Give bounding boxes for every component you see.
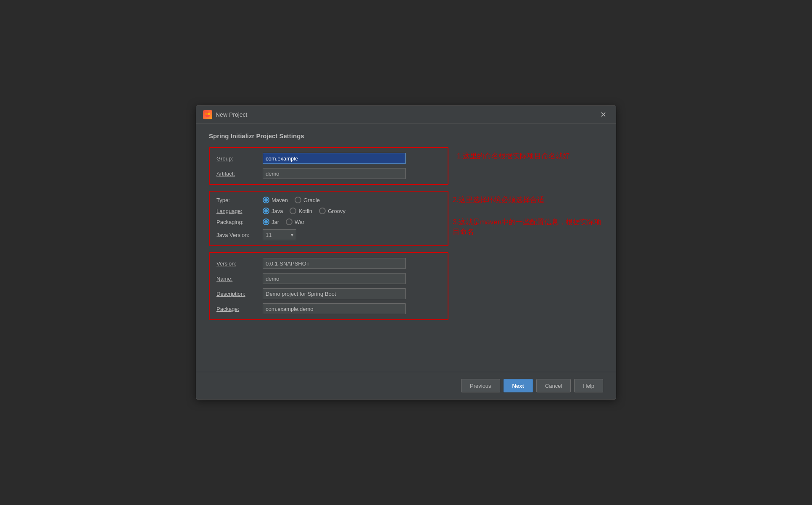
- packaging-row: Packaging: Jar War: [216, 218, 441, 225]
- name-row: Name:: [216, 273, 441, 284]
- maven-radio[interactable]: Maven: [263, 197, 288, 203]
- version-row: Version:: [216, 258, 441, 269]
- left-col: Group: Artifact: Type:: [209, 147, 448, 326]
- language-label: Language:: [216, 208, 263, 214]
- group-artifact-section: Group: Artifact:: [209, 147, 448, 185]
- war-label: War: [295, 219, 304, 225]
- packaging-radio-group: Jar War: [263, 218, 304, 225]
- package-label: Package:: [216, 306, 263, 312]
- dialog-footer: Previous Next Cancel Help: [196, 372, 616, 399]
- artifact-label: Artifact:: [216, 171, 263, 177]
- main-area: Group: Artifact: Type:: [209, 147, 603, 326]
- annotation-2: 2.这里选择环境必须选择合适: [453, 195, 603, 205]
- maven-radio-circle: [263, 197, 269, 203]
- java-version-select[interactable]: 11 8 17: [263, 229, 296, 240]
- description-input[interactable]: [263, 288, 406, 299]
- language-radio-group: Java Kotlin Groovy: [263, 208, 345, 214]
- group-input[interactable]: [263, 153, 406, 164]
- java-version-label: Java Version:: [216, 232, 263, 238]
- right-col: 1.这里的命名根据实际项目命名就好 2.这里选择环境必须选择合适 3.这就是ma…: [448, 147, 603, 326]
- type-label: Type:: [216, 197, 263, 203]
- annotation-3: 3.这就是maven中的一些配置信息，根据实际项目命名: [453, 217, 603, 237]
- jar-radio[interactable]: Jar: [263, 218, 279, 225]
- metadata-section: Version: Name: Description: Package:: [209, 252, 448, 320]
- language-row: Language: Java Kotlin: [216, 208, 441, 214]
- kotlin-radio-circle: [290, 208, 296, 214]
- packaging-label: Packaging:: [216, 219, 263, 225]
- app-icon: [203, 110, 212, 119]
- annotation-1: 1.这里的命名根据实际项目命名就好: [457, 151, 570, 161]
- groovy-label: Groovy: [328, 208, 345, 214]
- new-project-dialog: New Project ✕ Spring Initializr Project …: [196, 105, 616, 400]
- titlebar: New Project ✕: [196, 106, 616, 124]
- gradle-label: Gradle: [303, 197, 320, 203]
- name-input[interactable]: [263, 273, 406, 284]
- package-row: Package:: [216, 303, 441, 314]
- dialog-content: Spring Initializr Project Settings Group…: [196, 124, 616, 372]
- maven-label: Maven: [272, 197, 288, 203]
- artifact-input[interactable]: [263, 168, 406, 179]
- group-row: Group:: [216, 153, 441, 164]
- svg-point-1: [205, 113, 208, 115]
- gradle-radio[interactable]: Gradle: [295, 197, 320, 203]
- war-radio-circle: [286, 218, 293, 225]
- java-radio[interactable]: Java: [263, 208, 283, 214]
- name-label: Name:: [216, 276, 263, 282]
- type-row: Type: Maven Gradle: [216, 197, 441, 203]
- titlebar-left: New Project: [203, 110, 247, 119]
- war-radio[interactable]: War: [286, 218, 304, 225]
- java-version-row: Java Version: 11 8 17 ▼: [216, 229, 441, 240]
- groovy-radio-circle: [319, 208, 326, 214]
- jar-label: Jar: [272, 219, 279, 225]
- kotlin-label: Kotlin: [298, 208, 312, 214]
- group-label: Group:: [216, 155, 263, 162]
- description-row: Description:: [216, 288, 441, 299]
- groovy-radio[interactable]: Groovy: [319, 208, 345, 214]
- gradle-radio-circle: [295, 197, 301, 203]
- java-version-select-container: 11 8 17 ▼: [263, 229, 296, 240]
- settings-section: Type: Maven Gradle: [209, 191, 448, 246]
- version-input[interactable]: [263, 258, 406, 269]
- cancel-button[interactable]: Cancel: [536, 379, 571, 392]
- jar-radio-circle: [263, 218, 269, 225]
- next-button[interactable]: Next: [504, 379, 533, 392]
- help-button[interactable]: Help: [574, 379, 603, 392]
- dialog-heading: Spring Initializr Project Settings: [209, 132, 603, 139]
- type-radio-group: Maven Gradle: [263, 197, 320, 203]
- description-label: Description:: [216, 291, 263, 297]
- package-input[interactable]: [263, 303, 406, 314]
- dialog-title: New Project: [216, 111, 247, 118]
- kotlin-radio[interactable]: Kotlin: [290, 208, 312, 214]
- svg-point-2: [208, 113, 210, 115]
- artifact-row: Artifact:: [216, 168, 441, 179]
- java-radio-circle: [263, 208, 269, 214]
- java-label: Java: [272, 208, 283, 214]
- previous-button[interactable]: Previous: [461, 379, 500, 392]
- close-button[interactable]: ✕: [598, 110, 609, 119]
- version-label: Version:: [216, 260, 263, 267]
